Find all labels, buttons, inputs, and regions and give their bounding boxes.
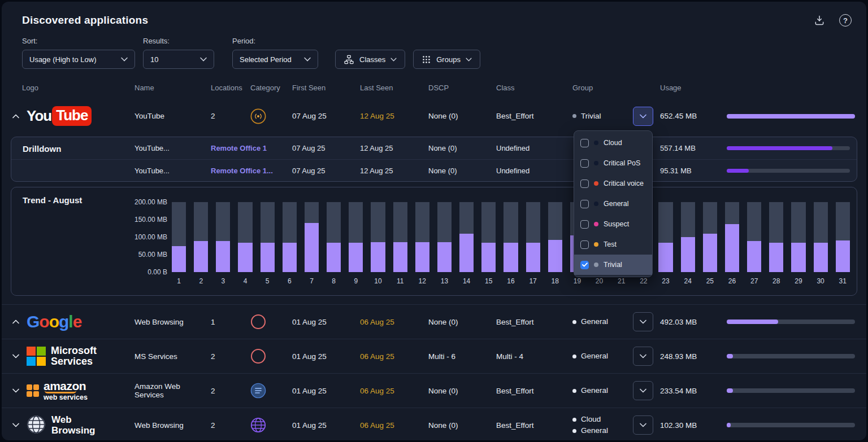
group-option-test[interactable]: Test [574, 234, 652, 255]
download-button[interactable] [812, 13, 827, 28]
group-select-button[interactable] [633, 107, 653, 126]
x-axis-tick: 11 [393, 277, 407, 285]
name-cell: Web Browsing [134, 318, 211, 326]
dscp-cell: None (0) [428, 387, 496, 395]
drilldown-panel: DrilldownYouTube...Remote Office 107 Aug… [11, 137, 857, 182]
group-cell: General [572, 316, 633, 327]
row-expand-caret[interactable] [11, 320, 21, 324]
chart-day-column: 11 [393, 202, 407, 285]
chart-bar-usage [216, 241, 230, 272]
remote-office-link[interactable]: Remote Office 1 [211, 144, 267, 152]
chart-day-column: 31 [836, 202, 850, 285]
column-header-logo: Logo [11, 84, 134, 92]
checkbox-icon[interactable] [580, 240, 589, 249]
table-row-youtube: YouTubeYouTube207 Aug 2512 Aug 25None (0… [2, 99, 866, 133]
period-select[interactable]: Selected Period [232, 50, 318, 69]
dscp-cell: None (0) [428, 167, 496, 175]
usage-bar-fill [727, 423, 731, 427]
filter-bar: Sort: Usage (High to Low) Results: 10 Pe… [2, 37, 866, 69]
chart-bar-usage [548, 240, 562, 272]
row-expand-caret[interactable] [11, 354, 21, 358]
chart-bar-total [504, 202, 518, 272]
chart-bar-usage [481, 243, 496, 272]
chart-day-column: 1 [172, 202, 186, 285]
chart-day-column: 3 [216, 202, 230, 285]
table-row-aws: amazonweb servicesAmazon Web Services201… [2, 373, 866, 408]
class-cell: Multi - 4 [496, 352, 572, 361]
chart-bar-usage [703, 234, 717, 272]
youtube-logo-text: Tube [52, 106, 92, 126]
group-button-cell [633, 415, 660, 435]
locations-cell: 2 [211, 112, 250, 120]
last-seen-cell: 06 Aug 25 [360, 318, 428, 326]
group-option-trivial[interactable]: Trivial [574, 255, 652, 275]
locations-cell: 1 [211, 318, 250, 326]
remote-office-link[interactable]: Remote Office 1... [211, 167, 273, 175]
row-expand-caret[interactable] [11, 114, 21, 119]
usage-bar-cell [727, 423, 855, 427]
group-select-button[interactable] [633, 312, 653, 331]
category-cell [250, 108, 292, 124]
chart-bar-total [261, 202, 275, 272]
checkbox-icon[interactable] [580, 139, 589, 147]
checkbox-icon[interactable] [580, 200, 589, 208]
class-cell: Best_Effort [496, 112, 572, 120]
logo-cell: amazonweb services [11, 380, 134, 401]
usage-bar-fill [727, 146, 832, 150]
groups-button[interactable]: Groups [413, 50, 480, 69]
chart-bar-usage [305, 223, 319, 272]
category-cell [250, 314, 292, 330]
aws-logo: amazonweb services [27, 380, 88, 401]
globe-icon [27, 415, 46, 436]
usage-bar-track [727, 320, 855, 324]
chevron-down-icon [390, 58, 397, 62]
chart-bar-usage [415, 242, 429, 272]
chart-bar-usage [658, 243, 672, 272]
x-axis-tick: 19 [570, 277, 584, 285]
checkbox-icon[interactable] [580, 159, 589, 168]
drilldown-title: Drilldown [23, 144, 61, 154]
checkbox-icon[interactable] [580, 220, 589, 229]
group-select-button[interactable] [633, 415, 653, 435]
usage-value-cell: 248.93 MB [660, 352, 727, 361]
first-seen-cell: 07 Aug 25 [292, 167, 360, 175]
chart-bar-usage [371, 242, 385, 272]
checkbox-checked-icon[interactable] [580, 261, 589, 269]
chart-bar-total [393, 202, 407, 272]
group-label: General [581, 351, 608, 362]
group-select-button[interactable] [633, 381, 653, 400]
group-option-label: Test [604, 240, 617, 248]
youtube-logo-text: You [27, 107, 51, 125]
chart-day-column: 27 [747, 202, 761, 285]
chart-bar-total [283, 202, 297, 272]
x-axis-tick: 5 [261, 277, 275, 285]
group-cell: General [572, 351, 633, 362]
chart-day-column: 30 [814, 202, 828, 285]
x-axis-tick: 16 [504, 277, 518, 285]
results-select[interactable]: 10 [143, 50, 214, 69]
row-expand-caret[interactable] [11, 423, 21, 427]
group-select-button[interactable] [633, 347, 653, 366]
chart-bar-total [371, 202, 385, 272]
group-option-critical-pos[interactable]: Critical PoS [574, 153, 652, 173]
chart-day-column: 14 [459, 202, 474, 285]
x-axis-tick: 14 [459, 277, 474, 285]
classes-button[interactable]: Classes [335, 50, 405, 69]
chart-bar-total [305, 202, 319, 272]
row-expand-caret[interactable] [11, 388, 21, 393]
group-option-general[interactable]: General [574, 194, 652, 214]
group-entry: General [572, 351, 633, 362]
logo-line: Browsing [51, 425, 95, 436]
group-option-cloud[interactable]: Cloud [574, 133, 652, 153]
chart-day-column: 26 [725, 202, 739, 285]
checkbox-icon[interactable] [580, 180, 589, 188]
column-header-dscp: DSCP [428, 84, 496, 92]
help-button[interactable]: ? [838, 13, 853, 28]
logo-cell: MicrosoftServices [11, 345, 134, 367]
last-seen-cell: 12 Aug 25 [360, 112, 428, 120]
x-axis-tick: 6 [283, 277, 297, 285]
chart-bar-total [437, 202, 452, 272]
group-option-critical-voice[interactable]: Critical voice [574, 173, 652, 194]
group-option-suspect[interactable]: Suspect [574, 214, 652, 234]
sort-select[interactable]: Usage (High to Low) [22, 50, 135, 69]
